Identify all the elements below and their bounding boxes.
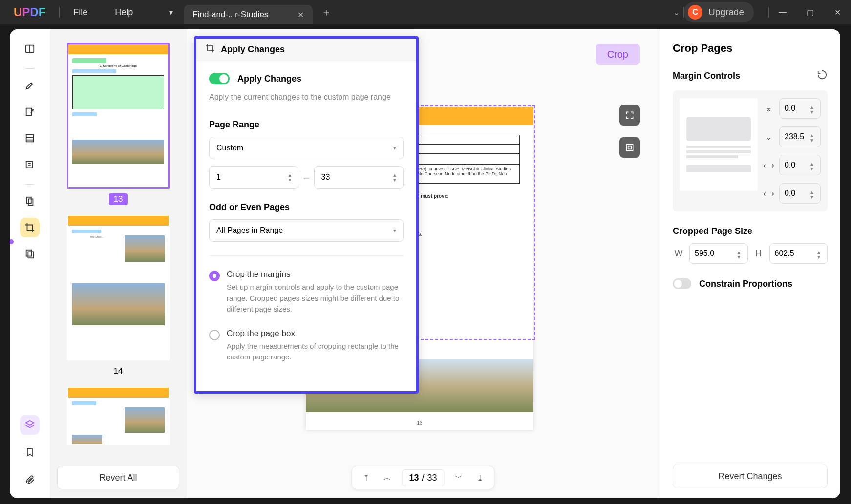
- tabs-dropdown[interactable]: ▾: [161, 2, 181, 22]
- tool-copy-icon[interactable]: [20, 191, 40, 211]
- height-label: H: [753, 249, 765, 259]
- prev-page-button[interactable]: ︿: [380, 473, 395, 483]
- thumbnail-page-13[interactable]: 2. University of Cambridge 13: [60, 43, 177, 205]
- thumbnail-label: 13: [109, 193, 128, 205]
- radio-label: Crop the page box: [227, 329, 404, 338]
- odd-even-title: Odd or Even Pages: [209, 202, 404, 212]
- radio-crop-margins[interactable]: Crop the margins Set up margin controls …: [209, 270, 404, 315]
- app-logo: UPDF: [14, 5, 45, 19]
- width-input[interactable]: 595.0▲▼: [689, 243, 748, 264]
- upgrade-button[interactable]: C Upgrade: [684, 2, 754, 22]
- reset-icon[interactable]: [817, 69, 828, 83]
- thumbnail-page-15[interactable]: [60, 387, 177, 445]
- page-range-to-input[interactable]: 33▲▼: [314, 166, 404, 189]
- document-tab[interactable]: Find-and-...r-Studies ✕: [184, 5, 313, 24]
- radio-icon: [209, 330, 220, 340]
- active-tool-indicator: [10, 239, 14, 244]
- chevron-down-icon: ▾: [393, 145, 396, 151]
- tool-edit-icon[interactable]: [20, 102, 40, 122]
- tool-highlighter-icon[interactable]: [20, 76, 40, 95]
- margin-bottom-icon: ⌄: [763, 132, 774, 142]
- window-maximize[interactable]: ▢: [796, 0, 824, 24]
- radio-crop-page-box[interactable]: Crop the page box Apply the measurements…: [209, 329, 404, 363]
- tool-form-icon[interactable]: [20, 155, 40, 174]
- tool-crop-icon[interactable]: [20, 218, 40, 237]
- spinner-icon[interactable]: ▲▼: [284, 168, 295, 187]
- tool-reader-icon[interactable]: [20, 39, 40, 59]
- thumbnail-page-14[interactable]: The Gates... 14: [60, 215, 177, 377]
- range-dash: –: [303, 172, 309, 183]
- margin-top-icon: ⌅: [763, 104, 774, 113]
- cropped-size-title: Cropped Page Size: [673, 226, 752, 236]
- margin-right-input[interactable]: 0.0▲▼: [779, 183, 821, 204]
- svg-rect-8: [626, 144, 633, 150]
- svg-rect-6: [26, 250, 32, 256]
- spinner-icon[interactable]: ▲▼: [389, 168, 400, 187]
- margin-bottom-input[interactable]: 238.5▲▼: [779, 126, 821, 147]
- svg-rect-2: [26, 135, 34, 142]
- window-close[interactable]: ✕: [824, 0, 851, 24]
- fit-page-icon[interactable]: [619, 137, 640, 158]
- svg-rect-7: [28, 252, 33, 258]
- chevron-down-icon: ▾: [169, 8, 173, 17]
- apply-changes-popover: Apply Changes Apply Changes Apply the cu…: [194, 36, 419, 394]
- separator: [25, 68, 34, 69]
- revert-changes-button[interactable]: Revert Changes: [673, 464, 828, 488]
- window-minimize[interactable]: —: [769, 0, 796, 24]
- height-input[interactable]: 602.5▲▼: [769, 243, 828, 264]
- svg-rect-9: [628, 146, 632, 149]
- tool-pages-icon[interactable]: [20, 244, 40, 264]
- right-panel-title: Crop Pages: [673, 42, 828, 55]
- margin-preview: [680, 98, 758, 191]
- margin-controls-title: Margin Controls: [673, 71, 740, 81]
- doc-inline-page-number: 13: [306, 420, 533, 426]
- tool-bookmark-icon[interactable]: [20, 442, 40, 462]
- apply-changes-description: Apply the current changes to the custom …: [209, 91, 404, 103]
- revert-all-button[interactable]: Revert All: [57, 466, 179, 489]
- menu-help[interactable]: Help: [101, 7, 147, 18]
- width-label: W: [673, 249, 684, 259]
- chevron-down-icon: ▾: [393, 227, 396, 234]
- odd-even-select[interactable]: All Pages in Range▾: [209, 219, 404, 242]
- apply-changes-toggle[interactable]: [209, 73, 230, 84]
- first-page-button[interactable]: ⤒: [359, 473, 373, 483]
- avatar: C: [688, 5, 702, 20]
- margin-top-input[interactable]: 0.0▲▼: [779, 98, 821, 119]
- chevron-down-icon[interactable]: ⌄: [673, 8, 680, 17]
- next-page-button[interactable]: ﹀: [451, 473, 466, 483]
- upgrade-label: Upgrade: [708, 7, 744, 18]
- margin-left-input[interactable]: 0.0▲▼: [779, 155, 821, 175]
- margin-left-icon: ⟷: [763, 161, 774, 170]
- page-range-select[interactable]: Custom▾: [209, 137, 404, 159]
- page-navigation-bar: ⤒ ︿ 13 / 33 ﹀ ⤓: [351, 466, 494, 489]
- radio-icon: [209, 271, 220, 281]
- tab-title: Find-and-...r-Studies: [192, 10, 268, 20]
- tool-structure-icon[interactable]: [20, 128, 40, 148]
- page-range-title: Page Range: [209, 120, 404, 130]
- page-range-from-input[interactable]: 1▲▼: [209, 166, 298, 189]
- crop-icon: [205, 43, 215, 56]
- svg-rect-5: [28, 199, 33, 205]
- new-tab-button[interactable]: ＋: [321, 6, 331, 19]
- tool-attachment-icon[interactable]: [20, 470, 40, 489]
- crop-button[interactable]: Crop: [596, 44, 640, 65]
- page-number-input[interactable]: 13 / 33: [402, 469, 444, 486]
- thumbnail-label: 14: [109, 365, 128, 377]
- menu-file[interactable]: File: [60, 7, 101, 18]
- constrain-proportions-toggle[interactable]: [673, 278, 691, 289]
- margin-right-icon: ⟷: [763, 189, 774, 198]
- close-tab-icon[interactable]: ✕: [298, 10, 304, 20]
- radio-description: Apply the measurements of cropping recta…: [227, 341, 404, 363]
- separator: [25, 184, 34, 185]
- tool-layers-icon[interactable]: [20, 415, 40, 435]
- popover-title: Apply Changes: [221, 44, 285, 55]
- last-page-button[interactable]: ⤓: [473, 473, 488, 483]
- apply-changes-toggle-label: Apply Changes: [237, 74, 301, 84]
- radio-description: Set up margin controls and apply to the …: [227, 282, 404, 315]
- radio-label: Crop the margins: [227, 270, 404, 279]
- fullscreen-icon[interactable]: [619, 105, 640, 126]
- svg-rect-1: [26, 108, 32, 116]
- constrain-proportions-label: Constrain Proportions: [699, 279, 792, 289]
